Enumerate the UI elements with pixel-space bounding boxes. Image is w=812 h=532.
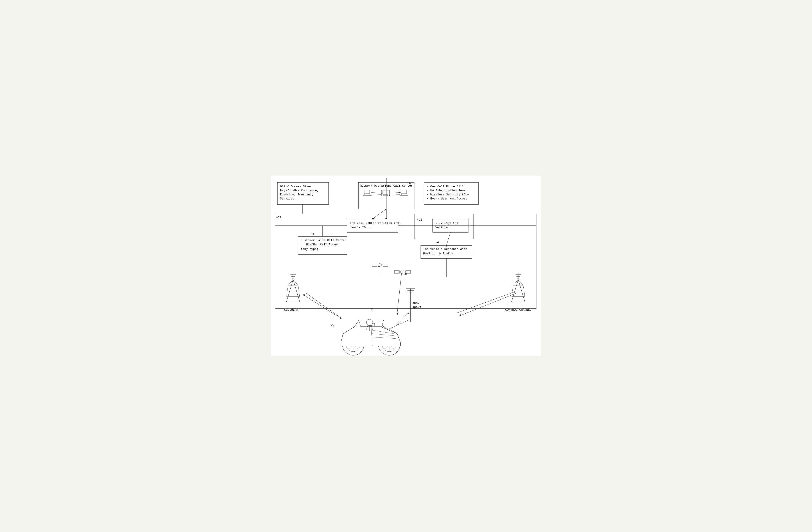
svg-rect-6 xyxy=(365,194,369,195)
svg-text:• No Subscription Fees: • No Subscription Fees xyxy=(427,189,466,192)
svg-rect-65 xyxy=(394,271,400,273)
svg-text:Roadside, Emergency: Roadside, Emergency xyxy=(280,193,313,196)
svg-rect-63 xyxy=(383,264,388,267)
svg-text:3: 3 xyxy=(469,224,470,227)
svg-rect-138 xyxy=(373,323,375,326)
svg-text:The Vehicle Responds with: The Vehicle Responds with xyxy=(423,247,467,251)
svg-point-66 xyxy=(400,270,404,274)
svg-text:User's ID....: User's ID.... xyxy=(350,226,373,229)
svg-text:GPS/: GPS/ xyxy=(412,302,419,305)
svg-text:GPS-T: GPS-T xyxy=(412,306,421,310)
svg-text:2: 2 xyxy=(398,224,400,227)
svg-rect-61 xyxy=(372,264,377,267)
svg-text:• Wireless Security LJU+: • Wireless Security LJU+ xyxy=(427,193,469,196)
svg-rect-5 xyxy=(364,190,369,193)
svg-rect-67 xyxy=(406,271,411,273)
svg-text:Position & Status.: Position & Status. xyxy=(423,252,455,255)
diagram-container: Network Operations Call Center ~C 900 # … xyxy=(271,176,541,356)
svg-point-135 xyxy=(366,319,373,326)
svg-text:~C: ~C xyxy=(407,182,411,185)
svg-rect-9 xyxy=(383,195,388,196)
svg-text:CELLULAR: CELLULAR xyxy=(284,308,298,312)
svg-text:....Pings the: ....Pings the xyxy=(435,221,458,225)
svg-text:~V: ~V xyxy=(331,324,334,327)
svg-text:Vehicle: Vehicle xyxy=(435,226,448,229)
svg-text:~C1: ~C1 xyxy=(276,216,281,219)
svg-rect-12 xyxy=(402,194,406,195)
svg-text:CONTROL CHANNEL: CONTROL CHANNEL xyxy=(505,308,532,312)
svg-text:~C2: ~C2 xyxy=(417,218,422,221)
svg-text:Services: Services xyxy=(280,197,294,200)
svg-text:• One Cell Phone Bill: • One Cell Phone Bill xyxy=(427,185,464,188)
svg-text:~P: ~P xyxy=(369,307,373,311)
svg-rect-11 xyxy=(401,190,407,193)
svg-text:~1: ~1 xyxy=(311,233,314,236)
svg-rect-34 xyxy=(347,219,398,232)
svg-text:Pay-for-Use Concierge,: Pay-for-Use Concierge, xyxy=(280,189,319,192)
svg-text:on His/Her Cell Phone: on His/Her Cell Phone xyxy=(301,243,338,246)
svg-text:(any type).: (any type). xyxy=(301,247,320,251)
svg-text:~4: ~4 xyxy=(435,241,439,244)
svg-text:900 # Access Gives: 900 # Access Gives xyxy=(280,185,311,188)
svg-text:Customer Calls Call Center: Customer Calls Call Center xyxy=(301,239,346,242)
svg-text:• Every User Has Access: • Every User Has Access xyxy=(427,197,467,200)
svg-text:The Call Center Verifies the: The Call Center Verifies the xyxy=(350,221,399,225)
svg-rect-8 xyxy=(383,191,388,194)
